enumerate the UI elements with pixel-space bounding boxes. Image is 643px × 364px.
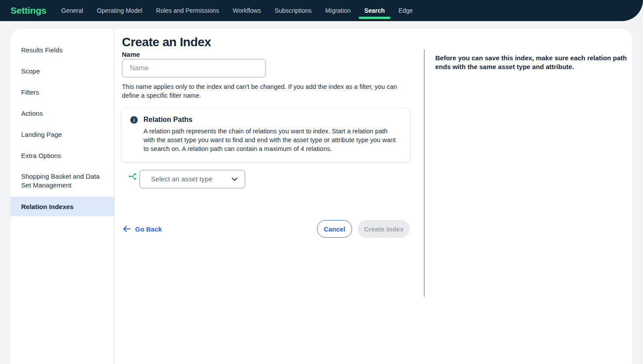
nav-tab-search-label: Search — [364, 7, 385, 14]
settings-content-card: Results Fields Scope Filters Actions Lan… — [11, 29, 632, 364]
sidebar-item-results-fields[interactable]: Results Fields — [11, 39, 114, 60]
arrow-left-icon — [123, 225, 131, 232]
settings-sidebar: Results Fields Scope Filters Actions Lan… — [11, 29, 114, 364]
nav-tab-roles-and-permissions[interactable]: Roles and Permissions — [156, 0, 219, 21]
nav-tab-general[interactable]: General — [61, 0, 83, 21]
relation-icon — [129, 173, 136, 180]
page-title: Create an Index — [122, 35, 211, 49]
save-requirement-note: Before you can save this index, make sur… — [435, 54, 629, 71]
nav-tab-subscriptions[interactable]: Subscriptions — [275, 0, 312, 21]
name-help-text: This name applies only to the index and … — [122, 82, 408, 100]
sidebar-item-filters[interactable]: Filters — [11, 81, 114, 103]
settings-brand-title: Settings — [11, 5, 46, 16]
active-tab-underline — [359, 17, 391, 19]
go-back-label: Go Back — [135, 225, 162, 233]
create-index-button[interactable]: Create Index — [358, 220, 410, 238]
sidebar-item-shopping-basket[interactable]: Shopping Basket and Data Set Management — [11, 166, 114, 196]
asset-type-select[interactable]: Select an asset type — [140, 170, 245, 188]
nav-tab-operating-model[interactable]: Operating Model — [97, 0, 143, 21]
relation-paths-description: A relation path represents the chain of … — [143, 127, 397, 153]
nav-tab-edge[interactable]: Edge — [398, 0, 413, 21]
relation-paths-info-card: i Relation Paths A relation path represe… — [122, 108, 410, 162]
name-field-label: Name — [122, 51, 140, 58]
nav-tab-workflows[interactable]: Workflows — [233, 0, 261, 21]
cancel-button[interactable]: Cancel — [317, 220, 352, 238]
chevron-down-icon — [231, 177, 238, 181]
info-icon: i — [130, 116, 138, 124]
aside-divider — [424, 49, 425, 297]
sidebar-item-relation-indexes[interactable]: Relation Indexes — [11, 197, 114, 216]
page: Settings General Operating Model Roles a… — [0, 0, 643, 364]
sidebar-item-actions[interactable]: Actions — [11, 103, 114, 124]
nav-tab-migration[interactable]: Migration — [325, 0, 351, 21]
nav-tab-search[interactable]: Search — [364, 0, 385, 21]
sidebar-item-extra-options[interactable]: Extra Options — [11, 145, 114, 166]
top-navbar: Settings General Operating Model Roles a… — [0, 0, 643, 21]
sidebar-item-scope[interactable]: Scope — [11, 60, 114, 81]
relation-paths-info-content: Relation Paths A relation path represent… — [143, 116, 397, 153]
asset-type-select-value: Select an asset type — [151, 175, 231, 183]
name-input[interactable] — [122, 59, 266, 77]
sidebar-item-landing-page[interactable]: Landing Page — [11, 124, 114, 145]
relation-paths-title: Relation Paths — [143, 116, 397, 124]
go-back-link[interactable]: Go Back — [123, 224, 162, 234]
